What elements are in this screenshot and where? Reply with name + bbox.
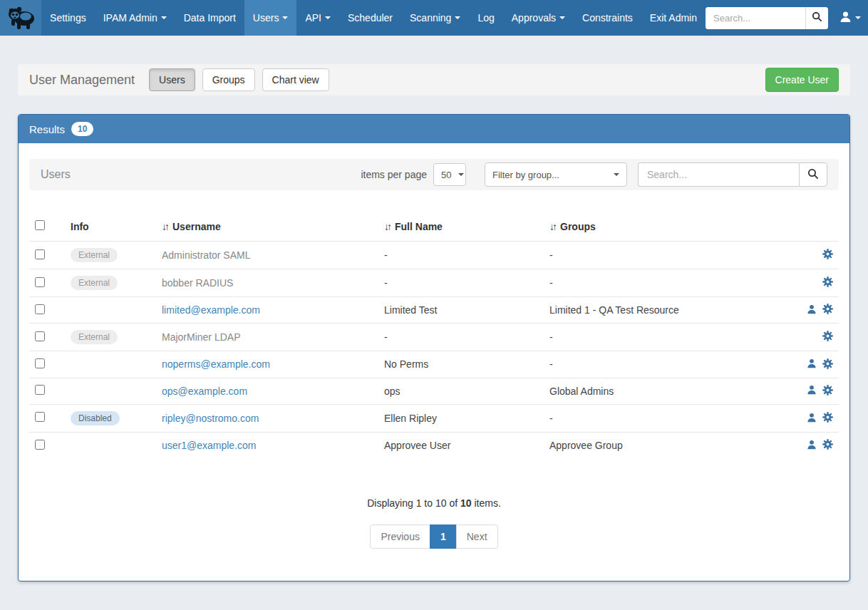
table-row: ops@example.comopsGlobal Admins — [29, 378, 839, 404]
panda-logo-icon — [5, 4, 36, 32]
nav-item-scanning[interactable]: Scanning — [401, 0, 469, 36]
nav-item-data-import[interactable]: Data Import — [175, 0, 244, 36]
tab-chart-view[interactable]: Chart view — [262, 68, 329, 91]
search-icon — [807, 168, 819, 182]
row-checkbox[interactable] — [35, 385, 45, 395]
cell-info: External — [65, 242, 156, 269]
app-logo[interactable] — [0, 0, 41, 36]
select-all-checkbox[interactable] — [35, 220, 45, 230]
chevron-down-icon — [455, 16, 460, 19]
tab-users[interactable]: Users — [149, 68, 195, 91]
username-link[interactable]: limited@example.com — [162, 304, 260, 316]
cell-actions — [789, 378, 839, 404]
username-link[interactable]: ripley@nostromo.com — [162, 413, 259, 424]
pagination-page-1[interactable]: 1 — [430, 524, 457, 549]
cell-info — [65, 297, 156, 324]
table-row: Externalbobber RADIUS-- — [29, 269, 839, 297]
column-header-username[interactable]: ↓↑Username — [156, 212, 378, 242]
gear-icon[interactable] — [822, 412, 833, 425]
row-checkbox[interactable] — [35, 331, 45, 341]
page-header: User Management UsersGroupsChart view Cr… — [18, 64, 850, 95]
cell-full-name: - — [378, 324, 544, 351]
items-per-page-select[interactable]: 50 — [433, 163, 466, 186]
cell-username: noperms@example.com — [156, 351, 378, 378]
nav-item-api[interactable]: API — [296, 0, 339, 36]
table-row: Disabledripley@nostromo.comEllen Ripley- — [29, 404, 839, 432]
cell-full-name: No Perms — [378, 351, 544, 378]
nav-item-users[interactable]: Users — [244, 0, 297, 36]
cell-username: ops@example.com — [156, 378, 378, 404]
column-header-full-name[interactable]: ↓↑Full Name — [378, 212, 544, 242]
cell-full-name: Limited Test — [378, 297, 544, 324]
gear-icon[interactable] — [822, 304, 833, 316]
username-link[interactable]: ops@example.com — [162, 386, 247, 397]
cell-info: External — [65, 269, 156, 297]
pagination-next[interactable]: Next — [456, 524, 498, 549]
nav-item-settings[interactable]: Settings — [41, 0, 95, 36]
username-link[interactable]: noperms@example.com — [162, 358, 270, 370]
row-checkbox[interactable] — [35, 440, 45, 450]
gear-icon[interactable] — [822, 331, 833, 343]
gear-icon[interactable] — [822, 439, 833, 452]
status-badge: External — [71, 248, 118, 262]
sort-icon: ↓↑ — [162, 221, 167, 232]
row-checkbox[interactable] — [35, 304, 45, 314]
nav-item-log[interactable]: Log — [469, 0, 502, 36]
cell-info — [65, 378, 156, 404]
create-user-button[interactable]: Create User — [765, 68, 839, 92]
cell-groups: - — [544, 404, 789, 432]
tab-groups[interactable]: Groups — [202, 68, 255, 91]
nav-item-scheduler[interactable]: Scheduler — [339, 0, 401, 36]
pagination-controls: Previous 1 Next — [370, 524, 497, 549]
cell-username: limited@example.com — [156, 297, 378, 324]
column-header-groups[interactable]: ↓↑Groups — [544, 212, 789, 242]
results-panel: Results 10 Users items per page 50 Filte… — [18, 114, 850, 581]
user-account-menu[interactable] — [839, 11, 861, 25]
nav-item-constraints[interactable]: Constraints — [574, 0, 641, 36]
cell-groups: - — [544, 351, 789, 378]
nav-item-exit-admin[interactable]: Exit Admin — [641, 0, 706, 36]
row-checkbox[interactable] — [35, 358, 45, 368]
cell-groups: - — [544, 269, 789, 297]
user-icon[interactable] — [807, 358, 817, 371]
cell-username: Administrator SAML — [156, 242, 378, 269]
group-filter-placeholder: Filter by group... — [492, 170, 559, 180]
table-search-input[interactable] — [638, 162, 799, 187]
navbar-menu: SettingsIPAM AdminData ImportUsersAPISch… — [41, 0, 706, 36]
page-title: User Management — [29, 73, 135, 88]
cell-groups: Global Admins — [544, 378, 789, 404]
global-search-button[interactable] — [805, 7, 828, 29]
chevron-down-icon — [161, 16, 167, 19]
table-row: noperms@example.comNo Perms- — [29, 351, 839, 378]
users-table: Info↓↑Username↓↑Full Name↓↑Groups Extern… — [29, 212, 839, 458]
cell-actions — [789, 351, 839, 378]
gear-icon[interactable] — [822, 385, 833, 398]
username-link[interactable]: user1@example.com — [162, 440, 257, 451]
cell-actions — [789, 404, 839, 432]
gear-icon[interactable] — [822, 276, 833, 289]
cell-username: user1@example.com — [156, 432, 378, 458]
gear-icon[interactable] — [822, 249, 833, 262]
gear-icon[interactable] — [822, 358, 833, 371]
nav-item-ipam-admin[interactable]: IPAM Admin — [95, 0, 175, 36]
group-filter-select[interactable]: Filter by group... — [485, 162, 627, 187]
cell-full-name: - — [378, 242, 544, 269]
cell-groups: - — [544, 242, 789, 269]
row-checkbox[interactable] — [35, 412, 45, 422]
column-header-actions — [789, 212, 839, 242]
pagination-previous[interactable]: Previous — [370, 524, 430, 549]
view-tabs: UsersGroupsChart view — [149, 68, 329, 91]
user-icon — [839, 11, 852, 25]
row-checkbox[interactable] — [35, 249, 45, 259]
row-checkbox[interactable] — [35, 277, 45, 287]
chevron-down-icon — [855, 16, 861, 19]
user-icon[interactable] — [807, 440, 817, 452]
table-search-button[interactable] — [799, 162, 827, 187]
nav-item-approvals[interactable]: Approvals — [503, 0, 574, 36]
user-icon[interactable] — [807, 304, 817, 316]
user-icon[interactable] — [807, 413, 817, 425]
user-icon[interactable] — [807, 385, 817, 397]
pagination-summary: Displaying 1 to 10 of 10 items. — [29, 497, 839, 509]
global-search-input[interactable] — [706, 7, 805, 29]
chevron-down-icon — [458, 173, 464, 176]
